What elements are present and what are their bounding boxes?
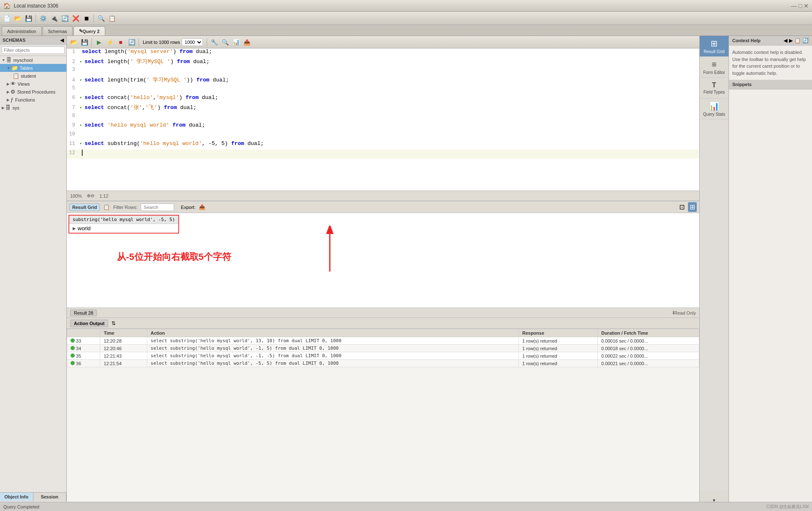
qt-sep1 [91, 38, 92, 46]
zoom-controls[interactable]: ⊕⊖ [87, 193, 94, 198]
col-duration: Duration / Fetch Time [598, 329, 699, 337]
tab-administration[interactable]: Administration [2, 26, 42, 36]
result-grid-icon[interactable]: ⊞ [688, 202, 697, 212]
toolbar-btn-6[interactable]: 🔄 [60, 13, 70, 23]
search-btn[interactable]: 🔍 [220, 37, 230, 47]
results-icon1[interactable]: 📋 [103, 204, 110, 210]
status-text: Query Completed [3, 504, 39, 509]
context-nav-next[interactable]: ▶ [789, 38, 793, 43]
output-row: 33 12:20:28 select substring('hello mysq… [67, 337, 699, 345]
zoom-level: 100% [70, 193, 82, 198]
tree-stored-procedures[interactable]: ▶ ⚙ Stored Procedures [0, 88, 66, 96]
row-time: 12:21:54 [100, 360, 147, 367]
toolbar-btn-2[interactable]: 📂 [13, 13, 23, 23]
output-row: 34 12:20:46 select substring('hello mysq… [67, 345, 699, 352]
action-output-tab[interactable]: Action Output [70, 320, 108, 327]
open-file-btn[interactable]: 📂 [68, 37, 78, 47]
stop-btn[interactable]: ■ [116, 37, 126, 47]
filter-input[interactable] [2, 46, 65, 54]
form-editor-btn[interactable]: ≡ Form Editor [700, 57, 729, 78]
toolbar-btn-4[interactable]: ⚙️ [38, 13, 48, 23]
toolbar-btn-9[interactable]: 🔍 [96, 13, 106, 23]
row-action: select substring('hello mysql world', -5… [147, 360, 519, 367]
code-editor[interactable]: 1 select length('mysql server') from dua… [67, 48, 699, 191]
read-only-label: Read Only [674, 310, 696, 315]
context-refresh-btn[interactable]: 🔄 [802, 38, 809, 43]
window-controls[interactable]: — □ ✕ [791, 3, 809, 9]
result-grid-tab[interactable]: Result Grid [69, 203, 100, 211]
limit-selector[interactable]: Limit to 1000 rows 1000 100 500 [143, 38, 203, 46]
sidebar-toggle[interactable]: ◀ [60, 37, 64, 43]
export-btn[interactable]: 📤 [242, 37, 252, 47]
row-duration: 0.00021 sec / 0.0000... [598, 360, 699, 367]
row-status: 35 [67, 352, 100, 360]
row-response: 1 row(s) returned [519, 337, 597, 345]
code-line-6: 6 • select concat('hello','mysql') from … [67, 94, 699, 104]
toolbar-btn-3[interactable]: 💾 [23, 13, 33, 23]
toolbar-btn-7[interactable]: ❌ [71, 13, 81, 23]
export-icon[interactable]: 📤 [199, 204, 205, 210]
toolbar-btn-10[interactable]: 📋 [107, 13, 117, 23]
toolbar-btn-1[interactable]: 📄 [2, 13, 12, 23]
qt-sep2 [139, 38, 139, 46]
code-line-9: 9 • select 'hello mysql world' from dual… [67, 122, 699, 131]
result-grid-btn-icon: ⊞ [711, 38, 718, 48]
context-nav-prev[interactable]: ◀ [784, 38, 787, 43]
bottom-status-bar: Query Completed CSDN @生如夏花LXM [0, 502, 812, 511]
expand-arrow-myschool: ▼ [2, 58, 5, 62]
row-arrow: ▶ [73, 226, 76, 231]
field-types-btn[interactable]: T Field Types [700, 78, 729, 99]
refresh-btn[interactable]: 🔄 [126, 37, 137, 47]
result-tab-label[interactable]: Result 28 [70, 310, 97, 316]
row-status: 33 [67, 337, 100, 345]
wrap-icon[interactable]: ⊡ [679, 203, 685, 211]
tab-query2[interactable]: ✎ Query 2 [73, 26, 105, 36]
tree-functions[interactable]: ▶ ƒ Functions [0, 96, 66, 104]
output-table-header: Time Action Response Duration / Fetch Ti… [67, 329, 699, 337]
row-status: 36 [67, 360, 100, 367]
expand-arrow-sp: ▶ [7, 90, 10, 94]
tree-myschool[interactable]: ▼ 🗄 myschool [0, 56, 66, 64]
toolbar-btn-5[interactable]: 🔌 [49, 13, 59, 23]
sidebar-tab-objectinfo[interactable]: Object Info [0, 493, 33, 501]
code-line-1: 1 select length('mysql server') from dua… [67, 48, 699, 58]
result-content-area: substring('hello mysql world', -5, 5) ▶ … [67, 213, 699, 308]
context-panel-body: Automatic context help is disabled. Use … [729, 46, 812, 80]
tree-views[interactable]: ▶ 👁 Views [0, 80, 66, 88]
tree-tables[interactable]: ▼ 📁 Tables [0, 64, 66, 72]
row-time: 12:21:43 [100, 352, 147, 360]
result-row: ▶ world [69, 224, 178, 233]
result-grid-btn[interactable]: ⊞ Result Grid [700, 36, 729, 57]
code-line-10: 10 [67, 131, 699, 140]
col-status [67, 329, 100, 337]
query-stats-btn-icon: 📊 [709, 101, 719, 111]
save-file-btn[interactable]: 💾 [79, 37, 89, 47]
row-action: select substring('hello mysql world', 13… [147, 337, 519, 345]
right-panel: ⊞ Result Grid ≡ Form Editor T Field Type… [699, 36, 729, 511]
context-copy-btn[interactable]: 📋 [794, 38, 801, 43]
editor-status: 100% ⊕⊖ 1:12 [67, 191, 699, 201]
format-btn[interactable]: 🔧 [209, 37, 219, 47]
sidebar-tab-session[interactable]: Session [33, 493, 67, 501]
schema-icon: 🗄 [6, 57, 12, 63]
tabs-bar: Administration Schemas ✎ Query 2 [0, 25, 812, 36]
row-response: 1 row(s) returned [519, 360, 597, 367]
execute-btn[interactable]: ▶ [94, 37, 104, 47]
sp-icon: ⚙ [10, 89, 15, 95]
more-btn[interactable]: 📊 [231, 37, 241, 47]
sidebar-filter[interactable] [0, 45, 66, 56]
sort-icon[interactable]: ⇅ [111, 320, 116, 326]
tab-schemas[interactable]: Schemas [43, 26, 73, 36]
toolbar-btn-8[interactable]: ⏹ [81, 13, 91, 23]
tree-sys[interactable]: ▶ 🗄 sys [0, 104, 66, 112]
code-line-5: 5 [67, 85, 699, 94]
query-stats-btn[interactable]: 📊 Query Stats [700, 99, 729, 119]
tree-student[interactable]: 📋 student [0, 72, 66, 80]
sidebar-tabs: Object Info Session [0, 493, 66, 501]
execute-current-btn[interactable]: ⚡ [105, 37, 115, 47]
limit-dropdown[interactable]: 1000 100 500 [182, 38, 203, 46]
sys-icon: 🗄 [5, 104, 11, 111]
filter-rows-input[interactable] [141, 203, 174, 211]
col-action: Action [147, 329, 519, 337]
filter-rows-label: Filter Rows: [113, 205, 137, 210]
